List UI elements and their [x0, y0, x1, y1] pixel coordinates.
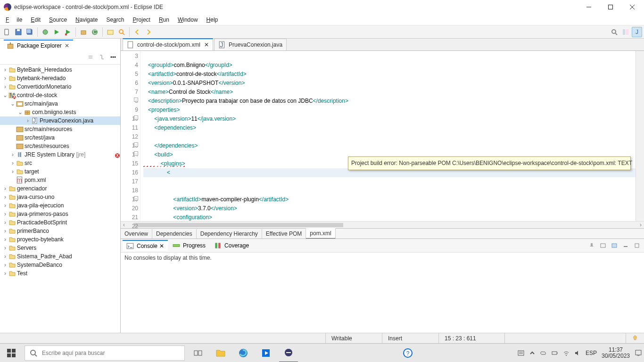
selected-tree-item[interactable]: ›JPruevaConexion.java [0, 116, 120, 125]
list-item[interactable]: bytebank-heredado [17, 75, 66, 82]
tab-dependencies[interactable]: Dependencies [152, 229, 197, 239]
statusbar: Writable Insert 15 : 23 : 611 [0, 333, 644, 343]
list-item[interactable]: com.bniigno.tests [32, 109, 76, 115]
list-item[interactable]: gerenciador [17, 185, 47, 192]
java-perspective-button[interactable]: J [632, 27, 642, 37]
open-perspective-button[interactable] [620, 27, 631, 37]
editor-tab-java[interactable]: JPruevaConexion.java [214, 39, 287, 50]
list-item[interactable]: JRE System Library [jre] [25, 151, 85, 158]
search-placeholder: Escribe aquí para buscar [42, 350, 105, 356]
list-item[interactable]: Sistema_Padre_Abad [17, 253, 72, 260]
collapse-all-button[interactable] [85, 52, 96, 62]
maximize-button[interactable] [600, 0, 621, 14]
list-item[interactable]: pom.xml [25, 177, 46, 183]
list-item[interactable]: Servers [17, 245, 36, 251]
coverage-tab[interactable]: Coverage [210, 240, 253, 251]
close-button[interactable] [621, 0, 643, 14]
tab-pom-xml[interactable]: pom.xml [306, 228, 335, 239]
package-explorer-tab[interactable]: Package Explorer ✕ [4, 40, 73, 51]
tab-dep-hierarchy[interactable]: Dependency Hierarchy [197, 229, 262, 239]
list-item[interactable]: control-de-stock [17, 92, 57, 99]
notifications-icon[interactable] [635, 349, 642, 357]
new-class-button[interactable]: C [90, 27, 100, 37]
save-button[interactable] [13, 27, 24, 37]
task-view-button[interactable] [189, 344, 207, 362]
svg-rect-13 [107, 30, 113, 34]
system-tray[interactable]: ESP 11:3730/05/2023 [518, 347, 642, 359]
menu-navigate[interactable]: Navigate [72, 16, 101, 24]
list-item[interactable]: proyecto-bytebank [17, 236, 64, 243]
edge-button[interactable] [234, 344, 253, 362]
list-item[interactable]: SystemaDeBanco [17, 262, 62, 268]
list-item[interactable]: Test [17, 270, 27, 277]
run-button[interactable] [51, 27, 62, 37]
menu-edit[interactable]: Edit [27, 16, 44, 24]
language-indicator[interactable]: ESP [586, 350, 597, 356]
movies-button[interactable] [256, 344, 275, 362]
pom-file-icon: m [16, 176, 24, 184]
maximize-view-button[interactable] [632, 240, 642, 251]
package-explorer-icon [7, 42, 14, 49]
pin-console-button[interactable] [586, 240, 597, 251]
list-item[interactable]: PruevaConexion.java [40, 117, 93, 124]
list-item[interactable]: src/main/resources [25, 126, 72, 132]
menu-source[interactable]: Source [45, 16, 71, 24]
progress-tab[interactable]: Progress [169, 240, 209, 251]
list-item[interactable]: primerBanco [17, 228, 49, 234]
list-item[interactable]: src/test/java [25, 134, 55, 141]
code-content[interactable]: <groupId>com.Bniigno</groupId> <artifact… [140, 51, 636, 221]
list-item[interactable]: src [25, 160, 32, 166]
source-folder-icon [16, 100, 24, 107]
list-item[interactable]: java-pila-ejecucion [17, 202, 64, 209]
coverage-button[interactable] [63, 27, 73, 37]
menu-window[interactable]: Window [174, 16, 202, 24]
editor-tab-pom[interactable]: control-de-stock/pom.xml✕ [123, 38, 213, 50]
taskbar-clock[interactable]: 11:3730/05/2023 [602, 347, 630, 359]
search-access-button[interactable] [609, 27, 619, 37]
svg-rect-52 [12, 349, 16, 353]
list-item[interactable]: java-curso-uno [17, 194, 54, 200]
close-icon[interactable]: ✕ [64, 42, 70, 49]
console-tab[interactable]: Console✕ [123, 240, 168, 251]
view-menu-button[interactable] [108, 52, 118, 62]
list-item[interactable]: src/test/resources [25, 143, 69, 149]
close-icon[interactable]: ✕ [204, 41, 209, 48]
taskbar-search[interactable]: Escribe aquí para buscar [25, 346, 185, 361]
menu-help[interactable]: Help [203, 16, 222, 24]
menu-project[interactable]: Project [129, 16, 154, 24]
open-type-button[interactable] [105, 27, 116, 37]
eclipse-taskbar-button[interactable] [279, 344, 298, 362]
open-console-button[interactable] [609, 240, 619, 251]
list-item[interactable]: target [25, 168, 39, 175]
menu-file[interactable]: File [2, 16, 26, 24]
search-button[interactable] [116, 27, 127, 37]
new-button[interactable] [2, 27, 12, 37]
help-button[interactable]: ? [398, 344, 417, 362]
display-console-button[interactable] [598, 240, 608, 251]
debug-button[interactable] [40, 27, 50, 37]
file-explorer-button[interactable] [211, 344, 230, 362]
close-icon[interactable]: ✕ [159, 243, 164, 249]
project-tree[interactable]: ›ByteBank_Heredados ›bytebank-heredado ›… [0, 65, 120, 333]
list-item[interactable]: PracticadeBotSprint [17, 219, 67, 226]
minimize-button[interactable] [578, 0, 600, 14]
minimize-view-button[interactable] [620, 240, 631, 251]
new-package-button[interactable] [78, 27, 89, 37]
save-all-button[interactable] [25, 27, 35, 37]
menu-search[interactable]: Search [102, 16, 128, 24]
start-button[interactable] [2, 344, 21, 362]
link-editor-button[interactable] [97, 52, 107, 62]
overview-ruler[interactable] [636, 51, 644, 221]
list-item[interactable]: src/main/java [25, 100, 58, 107]
list-item[interactable]: ConvertidorMonetario [17, 83, 71, 90]
menu-run[interactable]: Run [155, 16, 173, 24]
tab-effective-pom[interactable]: Effective POM [262, 229, 306, 239]
tip-icon[interactable] [626, 333, 644, 343]
back-button[interactable] [132, 27, 142, 37]
forward-button[interactable] [143, 27, 154, 37]
list-item[interactable]: java-primeros-pasos [17, 211, 68, 217]
chevron-up-icon[interactable] [529, 350, 536, 356]
list-item[interactable]: ByteBank_Heredados [17, 66, 72, 73]
code-editor[interactable]: 34567 8-910-1112 13- x14- 1516171819-202… [121, 51, 644, 221]
horizontal-scrollbar[interactable]: ‹› [121, 221, 644, 228]
